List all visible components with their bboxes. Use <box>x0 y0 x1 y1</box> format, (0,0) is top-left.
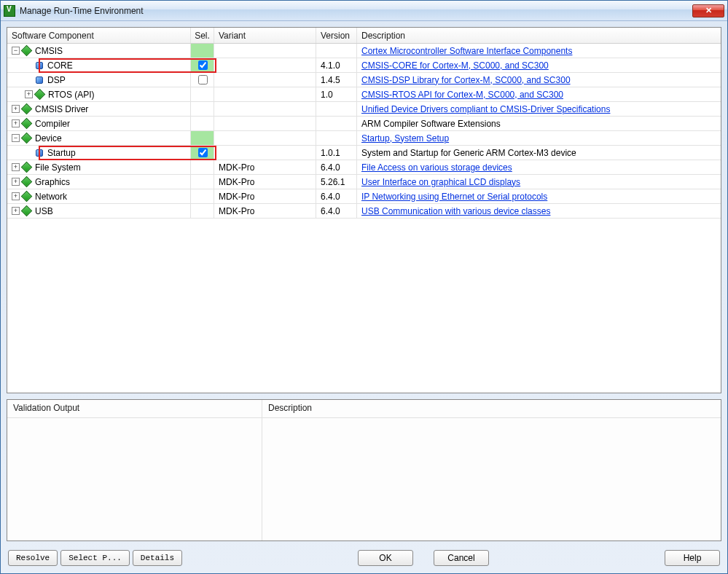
variant-cell <box>214 102 316 116</box>
columns-header: Software Component Sel. Variant Version … <box>7 28 721 44</box>
window-title: Manage Run-Time Environment <box>20 6 144 16</box>
component-icon <box>36 62 43 69</box>
component-label: Network <box>35 192 67 202</box>
table-row[interactable]: +GraphicsMDK-Pro5.26.1User Interface on … <box>7 175 721 189</box>
description-cell[interactable]: User Interface on graphical LCD displays <box>357 175 721 189</box>
diamond-icon <box>21 45 33 57</box>
sel-cell[interactable] <box>191 58 214 72</box>
table-row[interactable]: Startup1.0.1System and Startup for Gener… <box>7 146 721 160</box>
table-row[interactable]: DSP1.4.5CMSIS-DSP Library for Cortex-M, … <box>7 73 721 87</box>
component-label: USB <box>35 206 53 216</box>
col-header-description[interactable]: Description <box>357 28 721 43</box>
variant-cell <box>214 44 316 58</box>
resolve-button[interactable]: Resolve <box>8 550 58 566</box>
description-cell[interactable]: CMSIS-DSP Library for Cortex-M, SC000, a… <box>357 73 721 87</box>
validation-output-body[interactable] <box>7 417 262 540</box>
description-link[interactable]: USB Communication with various device cl… <box>361 206 550 216</box>
table-row[interactable]: −DeviceStartup, System Setup <box>7 131 721 146</box>
table-row[interactable]: +NetworkMDK-Pro6.4.0IP Networking using … <box>7 189 721 204</box>
close-button[interactable]: ✕ <box>692 4 724 17</box>
expand-icon[interactable]: + <box>25 90 33 98</box>
table-row[interactable]: +File SystemMDK-Pro6.4.0File Access on v… <box>7 160 721 175</box>
table-row[interactable]: −CMSISCortex Microcontroller Software In… <box>7 44 721 58</box>
description-link[interactable]: Unified Device Drivers compliant to CMSI… <box>361 104 610 114</box>
sel-cell[interactable] <box>191 146 214 160</box>
variant-cell: MDK-Pro <box>214 175 316 189</box>
expand-icon[interactable]: + <box>12 207 20 215</box>
description-link[interactable]: CMSIS-CORE for Cortex-M, SC000, and SC30… <box>361 60 549 71</box>
select-checkbox[interactable] <box>198 75 208 84</box>
col-header-sel[interactable]: Sel. <box>191 28 214 43</box>
table-row[interactable]: +USBMDK-Pro6.4.0USB Communication with v… <box>7 204 721 219</box>
details-button[interactable]: Details <box>133 550 182 566</box>
description-link[interactable]: CMSIS-RTOS API for Cortex-M, SC000, and … <box>361 90 563 100</box>
sel-cell[interactable] <box>191 73 214 87</box>
description-cell[interactable]: CMSIS-CORE for Cortex-M, SC000, and SC30… <box>357 58 721 72</box>
table-row[interactable]: +CMSIS DriverUnified Device Drivers comp… <box>7 102 721 117</box>
description-cell[interactable]: Unified Device Drivers compliant to CMSI… <box>357 102 721 116</box>
ok-button[interactable]: OK <box>358 550 413 566</box>
variant-cell <box>214 87 316 101</box>
expand-icon[interactable]: + <box>12 192 20 200</box>
validation-description-pane: Description <box>262 400 721 540</box>
variant-cell <box>214 73 316 87</box>
description-cell: System and Startup for Generic ARM Corte… <box>357 146 721 160</box>
select-packs-button[interactable]: Select P... <box>60 550 130 566</box>
description-link[interactable]: CMSIS-DSP Library for Cortex-M, SC000, a… <box>361 75 571 85</box>
description-link[interactable]: File Access on various storage devices <box>361 162 512 173</box>
description-link[interactable]: Startup, System Setup <box>361 133 449 144</box>
description-link[interactable]: Cortex Microcontroller Software Interfac… <box>361 46 572 56</box>
toggle-spacer <box>25 149 33 157</box>
button-bar: Resolve Select P... Details OK Cancel He… <box>1 547 727 573</box>
expand-icon[interactable]: + <box>12 119 20 127</box>
component-label: Device <box>35 133 62 144</box>
col-header-version[interactable]: Version <box>316 28 357 43</box>
description-link[interactable]: User Interface on graphical LCD displays <box>361 177 520 187</box>
table-row[interactable]: +RTOS (API)1.0CMSIS-RTOS API for Cortex-… <box>7 87 721 102</box>
select-checkbox[interactable] <box>198 60 208 70</box>
sel-cell <box>191 87 214 101</box>
description-cell[interactable]: Cortex Microcontroller Software Interfac… <box>357 44 721 58</box>
validation-description-body[interactable] <box>262 417 721 540</box>
table-row[interactable]: +CompilerARM Compiler Software Extension… <box>7 117 721 131</box>
description-cell[interactable]: Startup, System Setup <box>357 131 721 145</box>
sel-cell <box>191 204 214 218</box>
component-label: CMSIS <box>35 46 63 56</box>
version-cell: 1.0 <box>316 87 357 101</box>
description-cell[interactable]: IP Networking using Ethernet or Serial p… <box>357 189 721 203</box>
col-header-component[interactable]: Software Component <box>7 28 191 43</box>
diamond-icon <box>34 89 46 101</box>
version-cell: 1.4.5 <box>316 73 357 87</box>
description-link[interactable]: IP Networking using Ethernet or Serial p… <box>361 192 547 202</box>
help-button[interactable]: Help <box>665 550 720 566</box>
component-tree-panel: Software Component Sel. Variant Version … <box>7 27 721 393</box>
expand-icon[interactable]: + <box>12 178 20 186</box>
diamond-icon <box>21 191 33 203</box>
description-cell[interactable]: File Access on various storage devices <box>357 160 721 174</box>
version-cell: 5.26.1 <box>316 175 357 189</box>
component-label: Startup <box>47 148 76 158</box>
version-cell <box>316 117 357 130</box>
cancel-button[interactable]: Cancel <box>434 550 489 566</box>
variant-cell: MDK-Pro <box>214 189 316 203</box>
description-text: ARM Compiler Software Extensions <box>361 119 501 129</box>
col-header-variant[interactable]: Variant <box>214 28 316 43</box>
collapse-icon[interactable]: − <box>12 134 20 142</box>
variant-cell <box>214 117 316 130</box>
version-cell: 6.4.0 <box>316 160 357 174</box>
select-checkbox[interactable] <box>198 148 208 157</box>
description-cell[interactable]: USB Communication with various device cl… <box>357 204 721 218</box>
component-icon <box>36 76 43 84</box>
sel-cell <box>191 189 214 203</box>
diamond-icon <box>21 103 33 115</box>
table-row[interactable]: CORE4.1.0CMSIS-CORE for Cortex-M, SC000,… <box>7 58 721 73</box>
diamond-icon <box>21 162 33 173</box>
diamond-icon <box>21 205 33 217</box>
description-cell[interactable]: CMSIS-RTOS API for Cortex-M, SC000, and … <box>357 87 721 101</box>
close-icon: ✕ <box>705 6 712 15</box>
variant-cell: MDK-Pro <box>214 160 316 174</box>
expand-icon[interactable]: + <box>12 163 20 171</box>
description-text: System and Startup for Generic ARM Corte… <box>361 148 576 158</box>
expand-icon[interactable]: + <box>12 105 20 113</box>
collapse-icon[interactable]: − <box>12 47 20 55</box>
